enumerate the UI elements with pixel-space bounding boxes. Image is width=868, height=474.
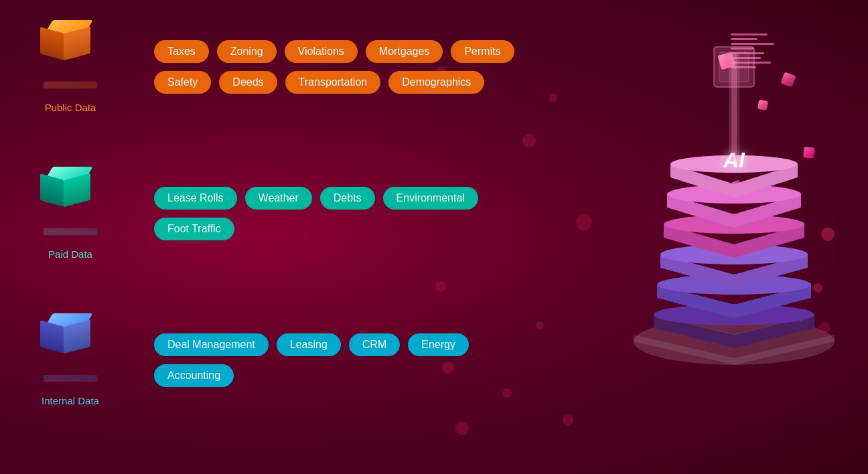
internal-data-icon-area: Internal Data [27, 313, 114, 406]
internal-data-label: Internal Data [42, 395, 99, 406]
tag-public-data-7: Transportation [285, 71, 381, 94]
decorative-dot-6 [536, 321, 544, 329]
tag-internal-data-2: CRM [349, 333, 400, 356]
internal-data-cube [40, 313, 100, 367]
paid-data-label: Paid Data [48, 248, 92, 260]
cube-face-left [40, 320, 64, 353]
internal-data-tags: Deal ManagementLeasingCRMEnergyAccountin… [154, 333, 522, 387]
tag-internal-data-4: Accounting [154, 364, 234, 387]
svg-point-13 [821, 228, 835, 241]
tag-paid-data-2: Debts [320, 187, 375, 210]
public-data-label: Public Data [45, 102, 96, 113]
tag-public-data-3: Mortgages [366, 40, 443, 63]
public-data-cube-shape [40, 20, 94, 67]
decorative-dot-4 [576, 214, 592, 230]
tag-public-data-1: Zoning [217, 40, 277, 63]
internal-data-cube-reflection [44, 375, 97, 382]
paid-data-cube-shape [40, 167, 94, 214]
tag-internal-data-0: Deal Management [154, 333, 269, 356]
decorative-dot-2 [522, 134, 536, 147]
tag-paid-data-1: Weather [245, 187, 312, 210]
tag-public-data-5: Safety [154, 71, 211, 94]
paid-data-cube [40, 167, 100, 220]
tag-paid-data-3: Environmental [383, 187, 478, 210]
public-data-cube-reflection [44, 82, 97, 89]
section-row-public-data: Public DataTaxesZoningViolationsMortgage… [27, 20, 522, 113]
tag-paid-data-4: Foot Traffic [154, 218, 234, 240]
ai-stack-illustration: AI [620, 13, 848, 382]
tag-paid-data-0: Lease Rolls [154, 187, 237, 210]
svg-point-15 [818, 322, 830, 334]
tag-public-data-6: Deeds [219, 71, 277, 94]
decorative-dot-9 [455, 422, 469, 435]
public-data-icon-area: Public Data [27, 20, 114, 113]
sections-container: Public DataTaxesZoningViolationsMortgage… [27, 20, 522, 406]
cube-face-left [40, 27, 64, 60]
ai-stack-svg: AI [620, 33, 848, 382]
paid-data-cube-reflection [44, 228, 97, 236]
tag-public-data-2: Violations [285, 40, 358, 63]
decorative-dot-10 [563, 415, 573, 426]
paid-data-tags: Lease RollsWeatherDebtsEnvironmentalFoot… [154, 187, 522, 240]
section-row-paid-data: Paid DataLease RollsWeatherDebtsEnvironm… [27, 167, 522, 260]
paid-data-icon-area: Paid Data [27, 167, 114, 260]
tag-public-data-4: Permits [451, 40, 514, 63]
tag-public-data-0: Taxes [154, 40, 209, 63]
internal-data-cube-shape [40, 313, 94, 360]
tag-internal-data-1: Leasing [277, 333, 341, 356]
section-row-internal-data: Internal DataDeal ManagementLeasingCRMEn… [27, 313, 522, 406]
public-data-tags: TaxesZoningViolationsMortgagesPermitsSaf… [154, 40, 522, 94]
decorative-dot-1 [549, 94, 557, 102]
cube-face-left [40, 173, 64, 206]
tag-public-data-8: Demographics [388, 71, 484, 94]
public-data-cube [40, 20, 100, 74]
tag-internal-data-3: Energy [408, 333, 469, 356]
svg-point-14 [813, 283, 822, 293]
svg-rect-12 [719, 52, 749, 82]
